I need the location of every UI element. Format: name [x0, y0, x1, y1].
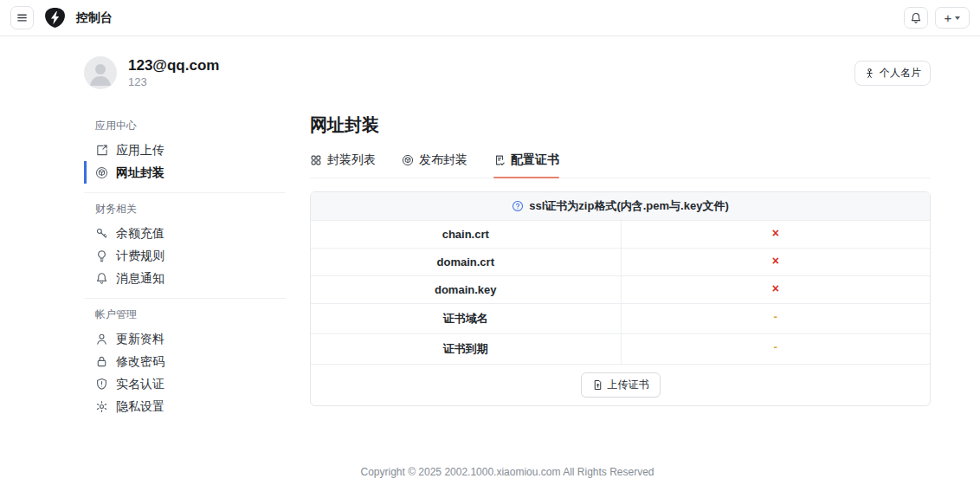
file-edit-icon — [493, 154, 506, 166]
sidebar-item-label: 应用上传 — [116, 143, 164, 157]
profile-email: 123@qq.com — [128, 57, 219, 74]
personal-card-button[interactable]: 个人名片 — [854, 61, 931, 86]
bell-icon — [910, 12, 922, 24]
table-row: chain.crt × — [311, 220, 930, 248]
profile-header: 123@qq.com 123 个人名片 — [84, 56, 931, 89]
package-circle-icon — [402, 154, 414, 166]
user-icon — [95, 333, 108, 346]
key-icon — [95, 227, 108, 240]
sidebar-item-url-packaging[interactable]: 网址封装 — [84, 161, 286, 184]
sidebar-section-app-center: 应用中心 — [95, 119, 286, 133]
table-row: domain.crt × — [311, 248, 930, 275]
person-badge-icon — [864, 68, 875, 79]
sidebar-item-label: 余额充值 — [116, 226, 164, 240]
cert-row-status: - — [621, 304, 931, 333]
tab-configure-certificate[interactable]: 配置证书 — [493, 152, 559, 178]
sidebar-item-label: 消息通知 — [116, 271, 164, 285]
certificate-header-text: ssl证书为zip格式(内含.pem与.key文件) — [529, 198, 728, 214]
notifications-button[interactable] — [904, 7, 928, 29]
content-wrapper: 123@qq.com 123 个人名片 应用中心 — [0, 56, 980, 478]
topbar: 控制台 + — [0, 0, 980, 36]
add-button[interactable]: + — [935, 7, 970, 29]
sidebar: 应用中心 应用上传 网址封装 财务相关 — [84, 112, 286, 417]
package-circle-icon — [95, 166, 108, 179]
tab-publish-package[interactable]: 发布封装 — [402, 152, 467, 178]
sidebar-item-realname-verify[interactable]: 实名认证 — [84, 372, 286, 395]
tab-label: 发布封装 — [419, 152, 467, 168]
upload-certificate-label: 上传证书 — [608, 378, 649, 392]
sidebar-section-finance: 财务相关 — [95, 202, 286, 217]
certificate-table-header: ssl证书为zip格式(内含.pem与.key文件) — [311, 192, 930, 220]
sidebar-item-label: 修改密码 — [116, 354, 164, 368]
cert-row-status: × — [621, 221, 931, 248]
tab-label: 配置证书 — [511, 152, 559, 168]
cert-row-label: 证书域名 — [311, 304, 621, 333]
cert-row-status: × — [621, 276, 931, 303]
personal-card-label: 个人名片 — [880, 66, 921, 81]
sidebar-divider — [84, 192, 286, 193]
copyright-text: Copyright © 2025 2002.1000.xiaomiou.com … — [84, 466, 931, 478]
sidebar-item-privacy-settings[interactable]: 隐私设置 — [84, 395, 286, 417]
cert-row-status: - — [621, 334, 931, 364]
sidebar-item-change-password[interactable]: 修改密码 — [84, 350, 286, 372]
gear-icon — [95, 400, 108, 413]
lightbulb-icon — [95, 249, 108, 262]
grid-icon — [310, 154, 322, 166]
sidebar-item-label: 计费规则 — [116, 249, 164, 262]
shield-alert-icon — [95, 378, 108, 391]
app-title: 控制台 — [76, 10, 113, 26]
sidebar-item-update-profile[interactable]: 更新资料 — [84, 327, 286, 350]
tab-label: 封装列表 — [327, 152, 376, 168]
sidebar-item-label: 网址封装 — [116, 165, 164, 179]
cert-row-label: domain.key — [311, 276, 621, 303]
certificate-table: ssl证书为zip格式(内含.pem与.key文件) chain.crt × d… — [310, 191, 931, 406]
table-row: 证书域名 - — [311, 303, 930, 333]
cert-row-status: × — [621, 249, 931, 275]
cert-row-label: chain.crt — [311, 221, 621, 248]
sidebar-item-balance-recharge[interactable]: 余额充值 — [84, 222, 286, 244]
file-upload-icon — [592, 379, 603, 391]
page-title: 网址封装 — [310, 113, 931, 137]
sidebar-item-label: 更新资料 — [116, 332, 164, 346]
table-row: domain.key × — [311, 275, 930, 303]
app-upload-icon — [95, 144, 108, 157]
sidebar-item-label: 隐私设置 — [116, 399, 164, 413]
question-circle-icon — [512, 200, 524, 212]
sidebar-item-app-upload[interactable]: 应用上传 — [84, 139, 286, 161]
hamburger-icon — [16, 11, 29, 24]
cert-row-label: 证书到期 — [311, 334, 621, 364]
tab-bar: 封装列表 发布封装 — [310, 152, 931, 178]
sidebar-item-billing-rules[interactable]: 计费规则 — [84, 244, 286, 267]
table-row: 证书到期 - — [311, 333, 930, 364]
lock-icon — [95, 355, 108, 368]
lightning-bolt-logo — [44, 7, 66, 29]
caret-down-icon — [955, 16, 960, 20]
sidebar-item-notifications[interactable]: 消息通知 — [84, 267, 286, 289]
plus-icon: + — [945, 11, 952, 24]
profile-name: 123 — [128, 75, 219, 88]
upload-certificate-button[interactable]: 上传证书 — [581, 372, 661, 398]
cert-row-label: domain.crt — [311, 249, 621, 275]
sidebar-item-label: 实名认证 — [116, 377, 164, 391]
sidebar-divider — [84, 298, 286, 299]
hamburger-menu-button[interactable] — [10, 6, 34, 29]
certificate-table-footer: 上传证书 — [311, 364, 930, 405]
sidebar-section-account: 帐户管理 — [95, 307, 286, 322]
tab-package-list[interactable]: 封装列表 — [310, 152, 376, 178]
bell-icon — [95, 272, 108, 285]
avatar — [84, 56, 117, 89]
main-content: 网址封装 封装列表 — [310, 112, 931, 417]
